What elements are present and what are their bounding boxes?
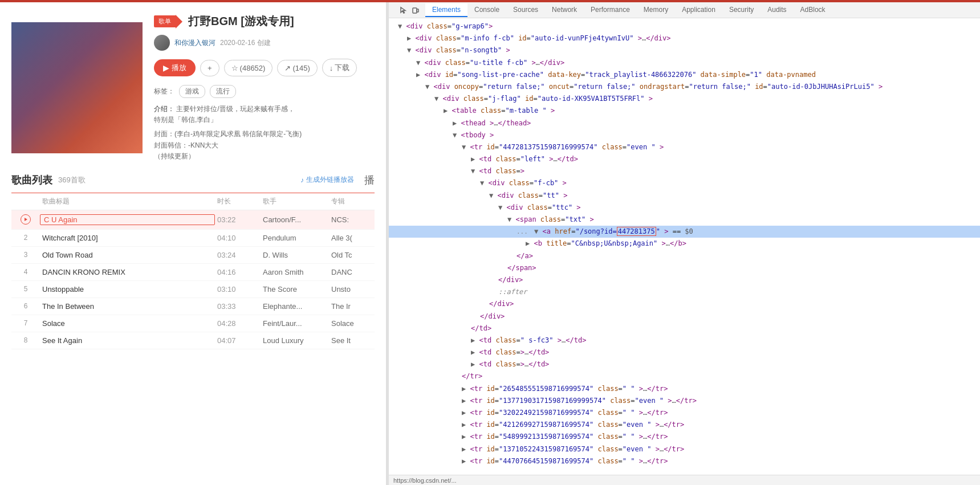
row-play-icon[interactable] — [21, 214, 31, 225]
main-layout: 歌单 打野BGM [游戏专用] 和你漫入银河 2020-02-16 创建 ▶ 播… — [0, 2, 980, 485]
tab-audits[interactable]: Audits — [761, 3, 793, 17]
row-number: 6 — [11, 302, 40, 310]
tab-adblock[interactable]: AdBlock — [794, 3, 832, 17]
tree-line[interactable]: </a> — [389, 250, 980, 262]
song-album: Old Tc — [329, 251, 375, 259]
tree-line[interactable]: ▼ <div class="f-cb" > — [389, 177, 980, 189]
generate-link[interactable]: ♪ 生成外链播放器 — [300, 175, 354, 185]
song-artist: The Score — [261, 285, 329, 294]
tree-line[interactable]: ▼ <td class=> — [389, 165, 980, 177]
tree-line[interactable]: ▼ <span class="txt" > — [389, 214, 980, 226]
row-number — [11, 214, 40, 225]
song-artist: Elephante... — [261, 302, 329, 311]
cursor-icon[interactable] — [398, 5, 408, 15]
tab-network[interactable]: Network — [545, 3, 584, 17]
tree-line[interactable]: ▶ <thead >…</thead> — [389, 117, 980, 129]
tab-application[interactable]: Application — [675, 3, 722, 17]
tree-line[interactable]: ▶ <tr id="421269927159871699574" class="… — [389, 419, 980, 431]
add-button[interactable]: + — [200, 60, 219, 76]
song-album: Solace — [329, 319, 375, 328]
tree-line[interactable]: </div> — [389, 311, 980, 323]
song-duration: 04:10 — [215, 234, 261, 242]
devtools-tabs: Elements Console Sources Network Perform… — [389, 2, 980, 18]
tree-line[interactable]: ▶ <tr id="137105224315987169574" class="… — [389, 443, 980, 455]
tree-line[interactable]: </span> — [389, 262, 980, 274]
tree-line[interactable]: ▶ <td class=>…</td> — [389, 347, 980, 358]
col-artist: 歌手 — [261, 197, 329, 206]
create-date: 2020-02-16 创建 — [220, 38, 271, 48]
tree-line[interactable]: ▼ <div class="tt" > — [389, 190, 980, 202]
share-icon: ↗ — [284, 64, 291, 72]
play-button[interactable]: ▶ 播放 — [154, 59, 196, 76]
table-row[interactable]: 8 See It Again 04:07 Loud Luxury See It — [11, 332, 375, 349]
row-number: 7 — [11, 319, 40, 327]
expand-arrow[interactable]: ▼ — [398, 22, 402, 30]
tree-line[interactable]: ▼ <div class="ttc" > — [389, 202, 980, 214]
tree-line[interactable]: ▼ <div class="n-songtb" > — [389, 44, 980, 56]
table-row[interactable]: C U Again 03:22 Cartoon/F... NCS: — [11, 210, 375, 230]
tree-line[interactable]: </div> — [389, 274, 980, 286]
col-num — [11, 197, 40, 206]
table-row[interactable]: 6 The In Between 03:33 Elephante... The … — [11, 298, 375, 315]
collect-button[interactable]: ☆ (48652) — [224, 60, 273, 76]
tree-line[interactable]: ▼ <div class="u-title f-cb" >…</div> — [389, 57, 980, 69]
highlighted-tree-line[interactable]: ... ▼ <a href="/song?id=447281375" > == … — [389, 226, 980, 238]
tab-performance[interactable]: Performance — [584, 3, 637, 17]
song-title: C U Again — [40, 214, 215, 225]
download-button[interactable]: ↓ 下载 — [322, 59, 357, 77]
creator-name[interactable]: 和你漫入银河 — [174, 38, 215, 48]
song-title: Old Town Road — [40, 251, 215, 259]
tag-pop[interactable]: 流行 — [210, 85, 236, 98]
table-row[interactable]: 5 Unstoppable 03:10 The Score Unsto — [11, 281, 375, 298]
tree-line[interactable]: ▼ <div class="j-flag" id="auto-id-XK95VA… — [389, 93, 980, 105]
tab-sources[interactable]: Sources — [506, 3, 545, 17]
more-button[interactable]: 播 — [364, 173, 375, 187]
tree-line[interactable]: ▼ <div oncopy="return false;" oncut="ret… — [389, 81, 980, 93]
tree-line[interactable]: ▶ <td class=>…</td> — [389, 358, 980, 370]
row-number: 4 — [11, 268, 40, 276]
tab-console[interactable]: Console — [467, 3, 506, 17]
tree-line[interactable]: ▼ <tbody > — [389, 129, 980, 141]
device-icon[interactable] — [410, 5, 421, 15]
tree-line[interactable]: ▼ <tr id="4472813751598716999574" class=… — [389, 141, 980, 153]
tree-line[interactable]: ::after — [389, 286, 980, 298]
tree-line[interactable]: ▶ <table class="m-table " > — [389, 105, 980, 117]
tree-line[interactable]: ▶ <tr id="320224921598716999574" class="… — [389, 407, 980, 419]
tree-line[interactable]: ▶ <tr id="265485551598716999574" class="… — [389, 383, 980, 395]
song-href-link[interactable]: /song?id= — [580, 227, 617, 235]
share-button[interactable]: ↗ (145) — [277, 60, 317, 76]
svg-marker-0 — [25, 218, 27, 221]
tab-security[interactable]: Security — [722, 3, 761, 17]
song-count: 369首歌 — [58, 175, 86, 185]
music-note-icon: ♪ — [300, 176, 304, 184]
tree-line[interactable]: ▶ <div class="m-info f-cb" id="auto-id-v… — [389, 32, 980, 44]
song-id-value[interactable]: 447281375 — [617, 227, 656, 236]
tree-line[interactable]: </tr> — [389, 370, 980, 382]
tree-line[interactable]: </div> — [389, 298, 980, 310]
table-row[interactable]: 3 Old Town Road 03:24 D. Wills Old Tc — [11, 247, 375, 264]
tab-memory[interactable]: Memory — [637, 3, 675, 17]
tree-line[interactable]: ▶ <tr id="548999213159871699574" class="… — [389, 431, 980, 443]
table-row[interactable]: 2 Witchcraft [2010] 04:10 Pendulum Alle … — [11, 230, 375, 247]
tree-line[interactable]: ▶ <div id="song-list-pre-cache" data-key… — [389, 69, 980, 81]
tab-elements[interactable]: Elements — [425, 3, 467, 17]
expand-arrow[interactable]: ▶ — [407, 34, 411, 42]
playlist-cover — [11, 22, 143, 153]
song-album: See It — [329, 336, 375, 345]
row-number: 2 — [11, 234, 40, 242]
song-album: DANC — [329, 268, 375, 276]
tag-game[interactable]: 游戏 — [179, 85, 205, 98]
tag-bracket: < — [406, 22, 410, 30]
after-pseudo: ::after — [498, 288, 527, 296]
tree-line[interactable]: ▶ <td class=" s-fc3" >…</td> — [389, 335, 980, 347]
tree-line[interactable]: ▶ <b title="C&nbsp;U&nbsp;Again" >…</b> — [389, 238, 980, 250]
tree-line[interactable]: ▶ <tr id="137719031715987169999574" clas… — [389, 395, 980, 407]
table-row[interactable]: 4 DANCIN KRONO REMIX 04:16 Aaron Smith D… — [11, 264, 375, 281]
tree-line[interactable]: </td> — [389, 323, 980, 335]
song-list-section: 歌曲列表 369首歌 ♪ 生成外链播放器 播 歌曲标题 时长 歌手 — [0, 168, 386, 349]
tree-line[interactable]: ▶ <td class="left" >…</td> — [389, 153, 980, 165]
tree-line[interactable]: ▶ <tr id="447076645159871699574" class="… — [389, 455, 980, 467]
creator-avatar — [154, 35, 170, 51]
table-row[interactable]: 7 Solace 04:28 Feint/Laur... Solace — [11, 315, 375, 332]
tree-line[interactable]: ▼ <div class="g-wrap6"> — [389, 21, 980, 32]
